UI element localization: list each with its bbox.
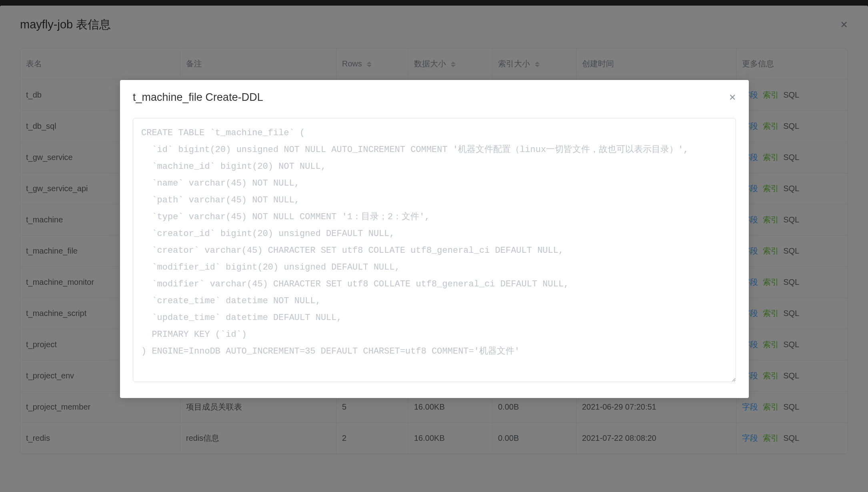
close-icon[interactable]: ✕	[729, 92, 736, 103]
ddl-textarea[interactable]	[133, 118, 736, 382]
ddl-modal: t_machine_file Create-DDL ✕	[120, 80, 749, 398]
ddl-modal-header: t_machine_file Create-DDL ✕	[120, 80, 749, 104]
ddl-modal-title: t_machine_file Create-DDL	[133, 91, 263, 104]
ddl-modal-body	[120, 104, 749, 398]
